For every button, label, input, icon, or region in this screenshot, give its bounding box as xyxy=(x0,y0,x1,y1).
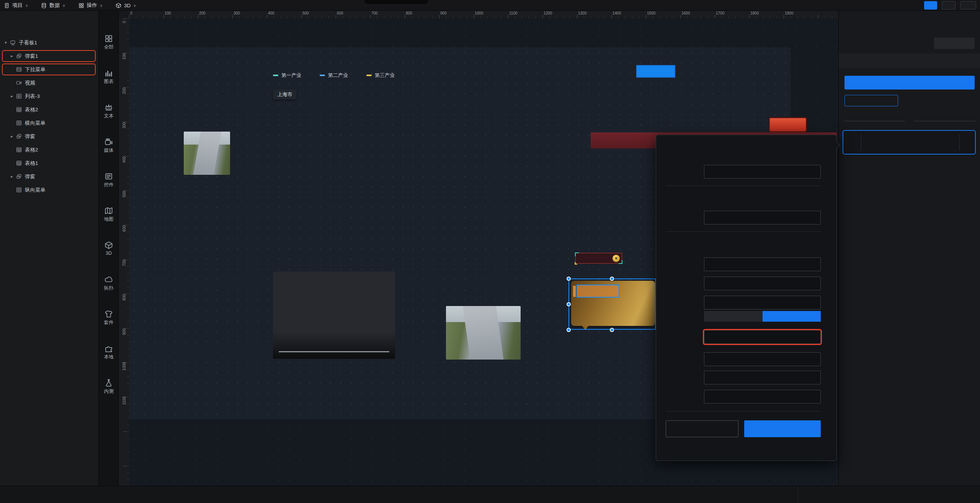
trigger-select[interactable] xyxy=(704,211,821,225)
topology-icon xyxy=(99,275,119,284)
layer-item[interactable]: 视频 xyxy=(0,76,99,90)
layer-item[interactable]: 表格2 xyxy=(0,143,99,156)
road-photo-large[interactable] xyxy=(446,306,521,360)
menu-threed[interactable]: 3D∨ xyxy=(116,3,136,8)
selection-handle[interactable] xyxy=(610,328,614,332)
media-icon xyxy=(99,138,119,146)
road-photo-small[interactable] xyxy=(184,132,230,175)
table-icon xyxy=(16,147,22,153)
interaction-dialog xyxy=(656,135,837,461)
vertical-ruler: 010020030040050060070080090010001100 xyxy=(119,18,129,486)
layer-item[interactable]: 下拉菜单 xyxy=(0,63,99,76)
layer-item-label: 子看板1 xyxy=(19,39,37,46)
asset-table-component[interactable] xyxy=(394,67,572,153)
people-table-component[interactable] xyxy=(636,65,675,78)
selection-rect xyxy=(568,278,656,330)
menu-data[interactable]: 数据∨ xyxy=(41,2,65,9)
city-button[interactable]: 上海市 xyxy=(273,90,297,99)
layer-item[interactable]: 表格2 xyxy=(0,103,99,116)
palette-item-widgets[interactable]: 控件 xyxy=(99,172,119,200)
layer-item-label: 纵向菜单 xyxy=(25,187,46,194)
menu-project[interactable]: 项目∨ xyxy=(4,2,28,9)
divider xyxy=(666,186,821,186)
video-icon xyxy=(16,80,22,86)
layer-item[interactable]: ▾子看板1 xyxy=(0,36,99,49)
selection-handle[interactable] xyxy=(567,328,571,332)
video-shade xyxy=(273,332,395,359)
layer-item-label: 弹窗 xyxy=(25,133,35,140)
expander-icon[interactable]: ▸ xyxy=(9,54,15,59)
mode-manual-option[interactable] xyxy=(763,311,821,322)
layers-panel: ▾子看板1▸弹窗1下拉菜单视频▸列表-3表格2横向菜单▸弹窗表格2表格1▸弹窗纵… xyxy=(0,11,99,486)
layer-item[interactable]: 横向菜单 xyxy=(0,116,99,130)
confirm-button[interactable] xyxy=(744,420,821,437)
table-icon xyxy=(16,107,22,112)
asset-table-body xyxy=(394,77,572,153)
popup-icon xyxy=(16,133,22,139)
palette-item-text[interactable]: 文本 xyxy=(99,103,119,131)
selection-handle[interactable] xyxy=(567,302,571,306)
layer-item[interactable]: ▸弹窗1 xyxy=(0,49,99,63)
palette-item-media[interactable]: 媒体 xyxy=(99,138,119,165)
selected-value-select[interactable] xyxy=(704,330,821,344)
mode-data-match-option[interactable] xyxy=(704,311,763,322)
expander-icon[interactable]: ▾ xyxy=(3,40,8,45)
layer-item[interactable]: 纵向菜单 xyxy=(0,183,99,197)
expander-icon[interactable]: ▸ xyxy=(9,94,15,99)
custom-action-select[interactable] xyxy=(704,296,821,309)
layer-item[interactable]: ▸弹窗 xyxy=(0,130,99,143)
palette-item-charts[interactable]: 图表 xyxy=(99,69,119,96)
layer-tree: ▾子看板1▸弹窗1下拉菜单视频▸列表-3表格2横向菜单▸弹窗表格2表格1▸弹窗纵… xyxy=(0,36,99,197)
name-input[interactable] xyxy=(704,165,821,179)
delay-input[interactable] xyxy=(704,371,821,384)
topbar-actions xyxy=(924,1,976,10)
layer-item[interactable]: ▸列表-3 xyxy=(0,90,99,103)
publish-button[interactable] xyxy=(924,1,937,10)
interaction-card[interactable] xyxy=(843,130,976,155)
selection-handle[interactable] xyxy=(610,277,614,281)
palette-item-beta[interactable]: 内测 xyxy=(99,379,119,406)
target-component-select[interactable] xyxy=(704,277,821,290)
layers-panel-header xyxy=(0,18,99,30)
state-select[interactable] xyxy=(934,37,975,49)
corner-accent xyxy=(619,260,622,264)
all-icon xyxy=(99,34,119,43)
video-player-component[interactable] xyxy=(273,272,395,359)
add-board-button[interactable] xyxy=(309,486,319,503)
leave-event-chip[interactable] xyxy=(844,95,898,106)
legend-item[interactable]: 第一产业 xyxy=(273,72,301,79)
canvas-dropdown-component[interactable]: ▼ xyxy=(575,253,622,264)
layer-item-label: 表格1 xyxy=(25,160,38,167)
legend-item[interactable]: 第二产业 xyxy=(320,72,348,79)
statusbar-right xyxy=(773,486,813,503)
selection-handle[interactable] xyxy=(567,277,571,281)
layer-item[interactable]: ▸弹窗 xyxy=(0,170,99,183)
menu-operation[interactable]: 操作∨ xyxy=(78,2,103,9)
top-menu-bar: 项目∨数据∨操作∨3D∨ xyxy=(0,0,980,11)
palette-item-local[interactable]: 本地 xyxy=(99,344,119,372)
menu-icon xyxy=(16,120,22,126)
menu1-button-component[interactable] xyxy=(769,118,806,132)
cloud-hosting-button[interactable] xyxy=(942,1,956,10)
order-select[interactable] xyxy=(704,352,821,366)
duration-input[interactable] xyxy=(704,390,821,404)
palette-item-kits[interactable]: 套件 xyxy=(99,310,119,337)
video-progress-bar[interactable] xyxy=(279,351,389,352)
legend-item[interactable]: 第三产业 xyxy=(366,72,395,79)
add-interaction-button[interactable] xyxy=(844,76,975,90)
layer-item[interactable]: 表格1 xyxy=(0,156,99,170)
people-table-header xyxy=(637,65,675,77)
action-select[interactable] xyxy=(704,257,821,271)
palette-item-map[interactable]: 地图 xyxy=(99,207,119,234)
divider xyxy=(666,231,821,232)
preview-button[interactable] xyxy=(960,1,976,10)
expander-icon[interactable]: ▸ xyxy=(9,174,15,179)
palette-item-all[interactable]: 全部 xyxy=(99,34,119,62)
text-icon xyxy=(99,103,119,112)
cancel-button[interactable] xyxy=(666,420,738,437)
palette-item-threed[interactable]: 3D xyxy=(99,241,119,269)
inspector-panel xyxy=(838,11,980,486)
palette-item-topology[interactable]: 拓扑 xyxy=(99,275,119,303)
easel-icon xyxy=(10,40,16,46)
expander-icon[interactable]: ▸ xyxy=(9,134,15,139)
